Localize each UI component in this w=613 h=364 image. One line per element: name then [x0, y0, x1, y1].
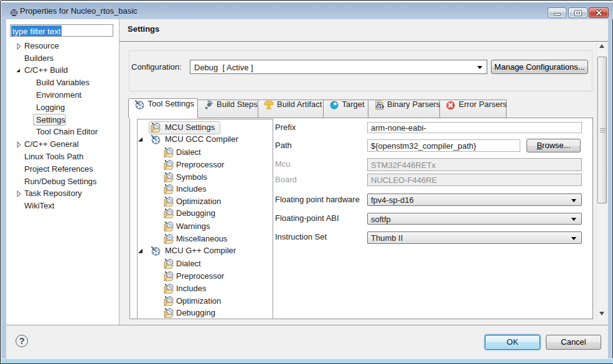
svg-text:010: 010 [377, 104, 384, 110]
